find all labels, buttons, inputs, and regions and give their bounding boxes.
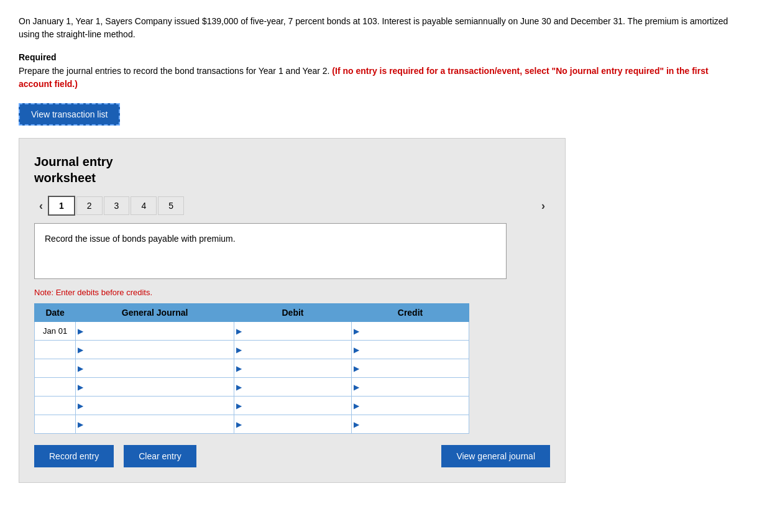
credit-input-3[interactable] bbox=[359, 378, 469, 396]
note-text: Note: Enter debits before credits. bbox=[34, 288, 550, 297]
journal-cell-5[interactable]: ▶ bbox=[76, 415, 234, 434]
required-body-plain: Prepare the journal entries to record th… bbox=[19, 66, 332, 76]
arrow-icon-debit-1: ▶ bbox=[234, 346, 242, 354]
date-cell-5 bbox=[35, 415, 76, 434]
table-row: ▶▶▶ bbox=[35, 341, 469, 359]
col-header-date: Date bbox=[35, 304, 76, 322]
debit-cell-2[interactable]: ▶ bbox=[234, 359, 351, 378]
intro-paragraph: On January 1, Year 1, Sayers Company iss… bbox=[19, 15, 740, 41]
arrow-icon-journal-2: ▶ bbox=[76, 364, 83, 373]
tabs-row: ‹ 1 2 3 4 5 › bbox=[34, 196, 550, 216]
arrow-icon-debit-5: ▶ bbox=[234, 420, 242, 429]
table-row: ▶▶▶ bbox=[35, 397, 469, 415]
arrow-icon-journal-0: ▶ bbox=[76, 327, 83, 336]
debit-cell-3[interactable]: ▶ bbox=[234, 378, 351, 397]
arrow-icon-debit-4: ▶ bbox=[234, 401, 242, 410]
date-cell-3 bbox=[35, 378, 76, 397]
journal-input-4[interactable] bbox=[83, 397, 234, 415]
tab-2[interactable]: 2 bbox=[76, 196, 103, 215]
credit-cell-2[interactable]: ▶ bbox=[351, 359, 469, 378]
journal-input-2[interactable] bbox=[83, 359, 234, 377]
required-section: Required Prepare the journal entries to … bbox=[19, 52, 740, 91]
credit-input-4[interactable] bbox=[359, 397, 469, 415]
date-cell-2 bbox=[35, 359, 76, 378]
debit-input-4[interactable] bbox=[242, 397, 351, 415]
credit-input-1[interactable] bbox=[359, 341, 469, 359]
arrow-icon-journal-5: ▶ bbox=[76, 420, 83, 429]
journal-cell-4[interactable]: ▶ bbox=[76, 397, 234, 415]
arrow-icon-credit-2: ▶ bbox=[352, 364, 359, 373]
debit-input-0[interactable] bbox=[242, 322, 351, 340]
record-entry-button[interactable]: Record entry bbox=[34, 445, 114, 467]
description-box: Record the issue of bonds payable with p… bbox=[34, 223, 507, 279]
journal-input-3[interactable] bbox=[83, 378, 234, 396]
credit-cell-4[interactable]: ▶ bbox=[351, 397, 469, 415]
journal-cell-1[interactable]: ▶ bbox=[76, 341, 234, 359]
credit-cell-5[interactable]: ▶ bbox=[351, 415, 469, 434]
action-buttons-row: Record entry Clear entry View general jo… bbox=[34, 445, 550, 467]
tab-3[interactable]: 3 bbox=[104, 196, 130, 215]
table-row: ▶▶▶ bbox=[35, 378, 469, 397]
journal-entry-worksheet: Journal entry worksheet ‹ 1 2 3 4 5 › Re… bbox=[19, 138, 566, 483]
debit-input-1[interactable] bbox=[242, 341, 351, 359]
col-header-general-journal: General Journal bbox=[76, 304, 234, 322]
arrow-icon-journal-3: ▶ bbox=[76, 383, 83, 392]
clear-entry-button[interactable]: Clear entry bbox=[124, 445, 196, 467]
view-transaction-list-button[interactable]: View transaction list bbox=[19, 103, 120, 126]
arrow-icon-journal-1: ▶ bbox=[76, 346, 83, 354]
debit-cell-4[interactable]: ▶ bbox=[234, 397, 351, 415]
arrow-icon-debit-0: ▶ bbox=[234, 327, 242, 336]
tab-4[interactable]: 4 bbox=[131, 196, 157, 215]
required-label: Required bbox=[19, 52, 740, 62]
date-cell-1 bbox=[35, 341, 76, 359]
col-header-credit: Credit bbox=[351, 304, 469, 322]
date-value-0: Jan 01 bbox=[35, 324, 75, 338]
required-body: Prepare the journal entries to record th… bbox=[19, 65, 740, 91]
table-row: Jan 01▶▶▶ bbox=[35, 322, 469, 341]
table-row: ▶▶▶ bbox=[35, 415, 469, 434]
journal-cell-3[interactable]: ▶ bbox=[76, 378, 234, 397]
debit-input-5[interactable] bbox=[242, 415, 351, 433]
arrow-icon-debit-2: ▶ bbox=[234, 364, 242, 373]
journal-input-0[interactable] bbox=[83, 322, 234, 340]
worksheet-title: Journal entry worksheet bbox=[34, 154, 550, 186]
tab-1[interactable]: 1 bbox=[48, 196, 75, 216]
journal-cell-0[interactable]: ▶ bbox=[76, 322, 234, 341]
journal-cell-2[interactable]: ▶ bbox=[76, 359, 234, 378]
date-cell-0: Jan 01 bbox=[35, 322, 76, 341]
arrow-icon-credit-0: ▶ bbox=[352, 327, 359, 336]
debit-cell-1[interactable]: ▶ bbox=[234, 341, 351, 359]
journal-input-1[interactable] bbox=[83, 341, 234, 359]
debit-input-2[interactable] bbox=[242, 359, 351, 377]
credit-input-5[interactable] bbox=[359, 415, 469, 433]
table-row: ▶▶▶ bbox=[35, 359, 469, 378]
arrow-icon-credit-4: ▶ bbox=[352, 401, 359, 410]
journal-table: Date General Journal Debit Credit Jan 01… bbox=[34, 303, 469, 434]
debit-input-3[interactable] bbox=[242, 378, 351, 396]
col-header-debit: Debit bbox=[234, 304, 351, 322]
credit-input-0[interactable] bbox=[359, 322, 469, 340]
tab-next-button[interactable]: › bbox=[536, 197, 550, 215]
debit-cell-5[interactable]: ▶ bbox=[234, 415, 351, 434]
date-cell-4 bbox=[35, 397, 76, 415]
credit-cell-3[interactable]: ▶ bbox=[351, 378, 469, 397]
arrow-icon-credit-5: ▶ bbox=[352, 420, 359, 429]
credit-cell-1[interactable]: ▶ bbox=[351, 341, 469, 359]
tab-prev-button[interactable]: ‹ bbox=[34, 197, 48, 215]
arrow-icon-journal-4: ▶ bbox=[76, 401, 83, 410]
debit-cell-0[interactable]: ▶ bbox=[234, 322, 351, 341]
credit-cell-0[interactable]: ▶ bbox=[351, 322, 469, 341]
arrow-icon-debit-3: ▶ bbox=[234, 383, 242, 392]
journal-input-5[interactable] bbox=[83, 415, 234, 433]
tab-5[interactable]: 5 bbox=[158, 196, 184, 215]
credit-input-2[interactable] bbox=[359, 359, 469, 377]
view-general-journal-button[interactable]: View general journal bbox=[441, 445, 550, 467]
arrow-icon-credit-3: ▶ bbox=[352, 383, 359, 392]
arrow-icon-credit-1: ▶ bbox=[352, 346, 359, 354]
